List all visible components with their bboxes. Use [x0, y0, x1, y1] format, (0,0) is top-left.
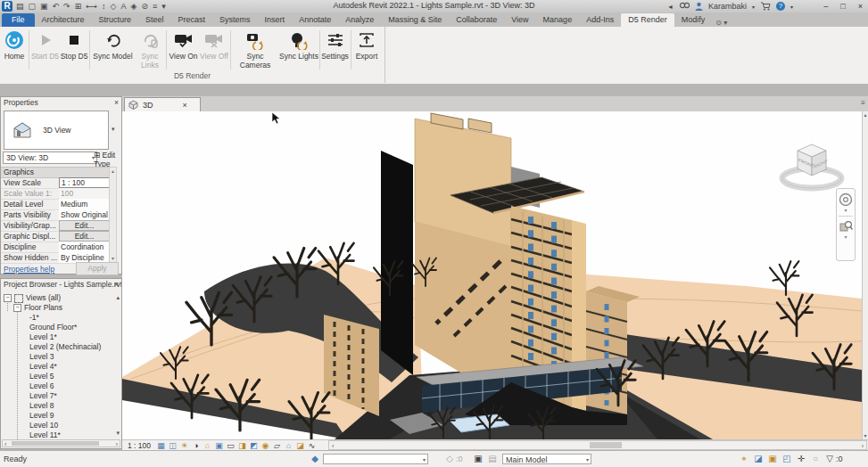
new-doc-icon[interactable]: ▤ [16, 2, 24, 11]
apply-button[interactable]: Apply [76, 262, 119, 275]
view-selector-combo[interactable]: 3D View: 3D ▾ [3, 152, 97, 164]
shadows-icon[interactable]: ◑ [191, 441, 201, 451]
select-links-icon[interactable]: ⌖ [739, 454, 749, 464]
canvas-hscrollbar[interactable]: ‹ › [328, 440, 867, 450]
zoom-menu-chevron-icon[interactable]: ▾ [844, 235, 847, 239]
visibility-graphics-edit-button[interactable]: Edit... [59, 220, 110, 231]
tree-item-level[interactable]: Level 5 [29, 372, 54, 381]
tree-scroll-up-icon[interactable]: ▴ [116, 293, 120, 301]
detail-level-icon[interactable]: ◫ [168, 441, 178, 451]
customize-qat-icon[interactable]: ▾ [161, 2, 166, 11]
analytical-model-icon[interactable]: ⌂ [284, 441, 293, 451]
tab-manage[interactable]: Manage [536, 13, 580, 27]
select-pinned-icon[interactable]: ▣ [767, 454, 778, 464]
type-selector-chevron-icon[interactable]: ▾ [112, 126, 115, 133]
tree-node-views-all[interactable]: −Views (all) [4, 293, 61, 303]
crop-view-icon[interactable]: ▣ [214, 441, 224, 451]
exclude-options-icon[interactable]: ▤ [487, 454, 498, 464]
tab-view[interactable]: View [504, 13, 535, 27]
view-scale-input[interactable]: 1 : 100 [59, 177, 112, 188]
view-on-button[interactable]: View On [168, 29, 199, 70]
undo-icon[interactable]: ↶ [53, 2, 60, 11]
worksets-icon[interactable]: ◆ [310, 454, 320, 464]
tab-architecture[interactable]: Architecture [35, 13, 92, 27]
tree-item-level[interactable]: Level 4* [29, 362, 57, 371]
tab-systems[interactable]: Systems [212, 13, 258, 27]
home-button[interactable]: Home [1, 29, 28, 70]
visual-style-icon[interactable]: ▦ [156, 441, 166, 451]
tree-item-level[interactable]: Level 11* [29, 430, 61, 439]
tree-item-level[interactable]: Level 1* [29, 332, 57, 341]
collapse-icon[interactable]: − [4, 294, 12, 302]
export-button[interactable]: Export [351, 29, 382, 70]
sync-links-button[interactable]: Sync Links [135, 29, 165, 70]
temporary-view-properties-icon[interactable]: ▱ [272, 441, 282, 451]
select-underlay-icon[interactable]: ◪ [753, 454, 764, 464]
user-avatar-icon[interactable] [695, 2, 703, 11]
edit-type-button[interactable]: ⊞ Edit Type [94, 151, 122, 162]
temporary-hide-isolate-icon[interactable]: ◩ [249, 441, 259, 451]
properties-close-icon[interactable]: × [114, 97, 119, 109]
help-menu-chevron-icon[interactable]: ▾ [790, 4, 793, 10]
tab-modify[interactable]: Modify [674, 13, 713, 27]
tab-structure[interactable]: Structure [92, 13, 139, 27]
tree-item-level[interactable]: Level 2 (Mechinacial) [29, 342, 101, 351]
filter-icon[interactable]: ▽ [824, 454, 835, 464]
default-3d-view-icon[interactable]: ◈ [131, 2, 137, 11]
tab-analyze[interactable]: Analyze [338, 13, 381, 27]
zoom-tool-icon[interactable] [839, 220, 853, 234]
tree-item-level[interactable]: -1* [29, 313, 39, 322]
editable-only-icon[interactable]: ◇ [444, 454, 455, 464]
tab-add-ins[interactable]: Add-Ins [579, 13, 621, 27]
rendering-dialog-icon[interactable]: ⌂ [203, 441, 212, 451]
sync-model-button[interactable]: Sync Model [91, 29, 135, 70]
tree-node-floor-plans[interactable]: −Floor Plans [13, 303, 62, 312]
collapse-icon[interactable]: − [13, 304, 21, 312]
view-tab-close-icon[interactable]: × [183, 101, 187, 110]
reveal-hidden-elements-icon[interactable]: ◉ [260, 441, 270, 451]
lock-3d-view-icon[interactable]: ◨ [237, 441, 247, 451]
canvas-vscrollbar[interactable]: ▴ ▾ [862, 111, 868, 439]
steering-wheel-icon[interactable] [839, 193, 853, 207]
sync-cameras-button[interactable]: Sync Cameras [231, 29, 279, 70]
sync-lights-button[interactable]: Sync Lights [279, 29, 318, 70]
tab-precast[interactable]: Precast [171, 13, 213, 27]
tab-annotate[interactable]: Annotate [292, 13, 338, 27]
signed-in-user[interactable]: Karambaki [708, 2, 747, 11]
tree-item-level[interactable]: Level 9 [29, 411, 54, 420]
design-options-icon[interactable]: ▣ [473, 454, 484, 464]
background-processes-icon[interactable]: ○ [810, 454, 821, 464]
restore-button[interactable]: □ [837, 2, 848, 11]
close-button[interactable]: × [855, 2, 866, 11]
3d-viewport[interactable]: FRONT RIGHT ▾ [122, 111, 862, 439]
stop-d5-button[interactable]: Stop D5 [60, 29, 88, 70]
scale-control[interactable]: 1 : 100 [128, 441, 151, 450]
crop-region-icon[interactable]: ▭ [226, 441, 236, 451]
drag-on-selection-icon[interactable]: ✛ [796, 454, 806, 464]
wheel-menu-chevron-icon[interactable]: ▾ [844, 209, 847, 212]
open-icon[interactable]: ▢ [29, 2, 37, 11]
tree-item-level[interactable]: Level 8 [29, 401, 54, 410]
properties-header[interactable]: Properties × [1, 97, 121, 109]
search-icon[interactable] [679, 2, 690, 11]
graphic-display-edit-button[interactable]: Edit... [59, 231, 110, 242]
redo-icon[interactable]: ↷ [63, 2, 70, 11]
project-browser-close-icon[interactable]: × [114, 279, 119, 291]
select-by-face-icon[interactable]: ◰ [781, 454, 792, 464]
save-icon[interactable]: ▣ [40, 2, 48, 11]
tag-icon[interactable]: ◇ [111, 2, 117, 11]
active-workset-combo[interactable]: ▾ [323, 454, 428, 464]
tab-insert[interactable]: Insert [258, 13, 293, 27]
start-d5-button[interactable]: Start D5 [30, 29, 60, 70]
browser-hscrollbar[interactable]: ‹ › [2, 439, 120, 447]
tree-item-level[interactable]: Level 6 [29, 381, 54, 390]
section-icon[interactable]: ⊘ [141, 2, 148, 11]
aligned-dimension-icon[interactable]: ↕ [102, 2, 106, 11]
store-cart-icon[interactable] [760, 2, 771, 11]
help-icon[interactable]: ? [776, 2, 785, 11]
reveal-constraints-icon[interactable]: ∿ [307, 441, 317, 451]
tree-item-level[interactable]: Level 10 [29, 421, 58, 430]
view-off-button[interactable]: View Off [199, 29, 229, 70]
properties-scrollbar[interactable]: ▴ ▾ [109, 167, 117, 263]
user-menu-chevron-icon[interactable]: ▾ [752, 4, 755, 10]
